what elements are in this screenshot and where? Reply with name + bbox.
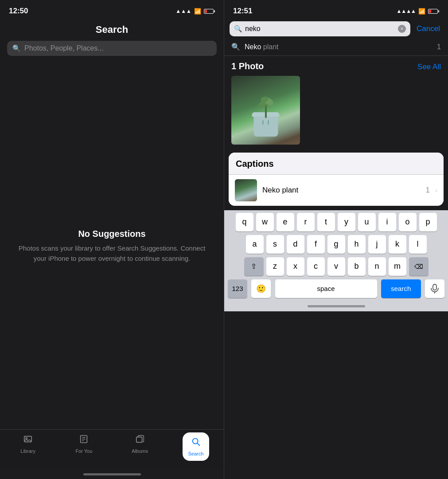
svg-line-8 [197,443,199,445]
key-m[interactable]: m [389,257,406,276]
key-g[interactable]: g [327,235,345,254]
search-bar-left[interactable]: 🔍 Photos, People, Places... [7,41,217,56]
key-y[interactable]: y [338,213,355,232]
library-icon [23,434,33,447]
cancel-button[interactable]: Cancel [414,24,443,33]
keyboard-row-3: ⇧ zxcvbnm ⌫ [226,257,446,276]
key-i[interactable]: i [378,213,396,232]
key-u[interactable]: u [358,213,376,232]
key-r[interactable]: r [297,213,315,232]
caption-thumbnail [235,179,257,201]
time-right: 12:51 [233,7,252,16]
left-panel: 12:50 ▲▲▲ 📶 Search 🔍 Photos, People, Pla… [0,0,224,479]
suggestion-search-icon: 🔍 [231,43,240,51]
keyboard-row-1: qwertyuiop [226,213,446,232]
tab-bar-left: Library For You Albums [0,429,224,469]
svg-rect-9 [433,284,436,290]
key-h[interactable]: h [348,235,366,254]
keyboard-bottom-row: 123 🙂 space search [226,279,446,300]
results-section: 1 Photo See All [224,56,448,148]
status-icons-right: ▲▲▲▲ 📶 [396,8,439,15]
key-k[interactable]: k [389,235,406,254]
suggestion-sub-text: plant [261,43,278,51]
wifi-icon-left: 📶 [194,8,201,15]
tab-albums-label: Albums [132,448,148,454]
delete-key[interactable]: ⌫ [409,257,429,276]
see-all-button[interactable]: See All [417,63,441,71]
suggestion-main: Neko plant [245,43,432,51]
svg-rect-0 [24,436,32,442]
tab-search[interactable]: Search [183,432,209,461]
key-e[interactable]: e [277,213,294,232]
wifi-icon-right: 📶 [418,8,425,15]
keyboard-area: qwertyuiop asdfghjkl ⇧ zxcvbnm ⌫ 123 🙂 s… [224,210,448,302]
svg-rect-6 [136,437,142,442]
search-tab-icon [191,437,201,449]
key-d[interactable]: d [287,235,304,254]
key-w[interactable]: w [256,213,274,232]
battery-icon-left [204,9,215,14]
search-bar-right[interactable]: 🔍 neko × Cancel [230,21,443,36]
key-b[interactable]: b [348,257,366,276]
signal-icon-left: ▲▲▲ [175,8,191,14]
key-a[interactable]: a [246,235,264,254]
key-t[interactable]: t [317,213,335,232]
key-l[interactable]: l [409,235,427,254]
search-icon-left: 🔍 [12,44,21,52]
captions-card: Captions Neko plant 1 › [229,153,444,206]
status-icons-left: ▲▲▲ 📶 [175,8,215,15]
battery-icon-right [428,9,439,14]
numbers-key[interactable]: 123 [228,279,247,298]
page-title-left: Search [0,20,224,41]
svg-point-1 [26,437,27,439]
key-x[interactable]: x [287,257,304,276]
time-left: 12:50 [9,7,28,16]
home-indicator-right [224,302,448,311]
tab-library[interactable]: Library [15,434,41,454]
tab-albums[interactable]: Albums [127,434,153,454]
search-placeholder-left: Photos, People, Places... [24,44,104,52]
albums-icon [135,434,145,447]
key-q[interactable]: q [236,213,253,232]
status-bar-left: 12:50 ▲▲▲ 📶 [0,0,224,20]
search-key[interactable]: search [381,279,421,298]
results-header: 1 Photo See All [231,61,441,71]
key-z[interactable]: z [266,257,284,276]
tab-library-label: Library [20,448,35,454]
caption-count: 1 [426,186,430,195]
key-f[interactable]: f [307,235,325,254]
mic-key[interactable] [425,279,444,298]
search-icon-right: 🔍 [234,25,242,33]
key-p[interactable]: p [419,213,437,232]
search-input-box[interactable]: 🔍 neko × [230,21,410,36]
key-j[interactable]: j [368,235,386,254]
home-indicator-left [0,469,224,479]
space-key[interactable]: space [275,279,377,298]
key-v[interactable]: v [327,257,345,276]
caption-label: Neko plant [262,186,421,195]
no-suggestions-area: No Suggestions Photos scans your library… [0,63,224,429]
emoji-key[interactable]: 🙂 [251,279,271,298]
for-you-icon [79,434,89,447]
status-bar-right: 12:51 ▲▲▲▲ 📶 [224,0,448,20]
key-s[interactable]: s [266,235,284,254]
suggestion-main-text: Neko [245,43,261,51]
suggestion-count: 1 [437,43,441,51]
key-n[interactable]: n [368,257,386,276]
no-suggestions-body: Photos scans your library to offer Searc… [18,243,206,263]
key-o[interactable]: o [399,213,417,232]
right-panel: 12:51 ▲▲▲▲ 📶 🔍 neko × Cancel 🔍 Neko plan… [224,0,448,479]
clear-search-button[interactable]: × [398,25,406,33]
suggestion-row[interactable]: 🔍 Neko plant 1 [224,38,448,55]
search-input-value[interactable]: neko [245,25,395,33]
captions-header: Captions [229,153,444,175]
captions-row[interactable]: Neko plant 1 › [229,175,444,206]
results-title: 1 Photo [231,61,264,71]
caption-chevron-icon: › [435,186,437,194]
tab-for-you[interactable]: For You [70,434,97,454]
key-c[interactable]: c [307,257,325,276]
tab-for-you-label: For You [75,448,92,454]
tab-search-label: Search [188,451,203,456]
photo-thumbnail[interactable] [231,76,300,145]
shift-key[interactable]: ⇧ [244,257,264,276]
